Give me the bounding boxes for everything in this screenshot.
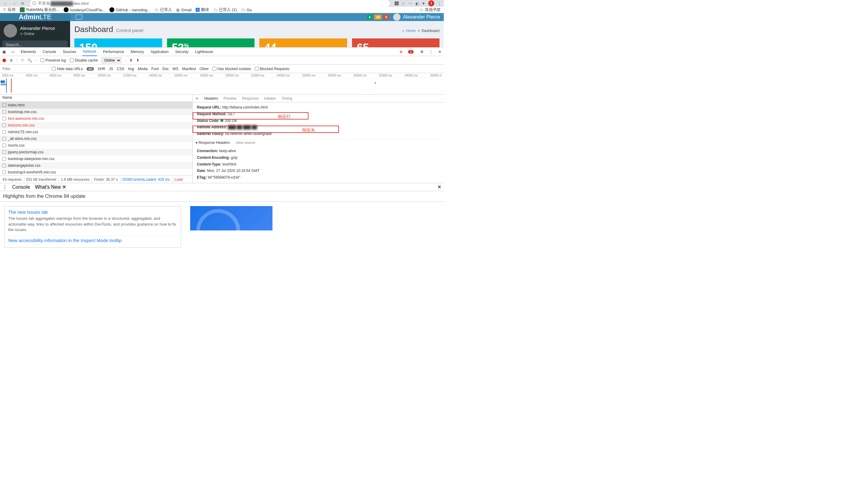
tab-performance[interactable]: Performance bbox=[102, 48, 125, 56]
other-bookmarks[interactable]: 🗀其他书签 bbox=[419, 7, 441, 13]
close-devtools-icon[interactable]: ✕ bbox=[438, 50, 441, 54]
clear-icon[interactable]: ⊘ bbox=[10, 58, 13, 63]
user-menu[interactable]: Alexander Pierce bbox=[403, 14, 440, 20]
view-source-link[interactable]: view source bbox=[236, 141, 255, 145]
tab-application[interactable]: Application bbox=[150, 48, 169, 56]
column-header-name[interactable]: Name bbox=[0, 95, 192, 102]
tasks-badge[interactable]: 9 bbox=[383, 15, 389, 20]
device-toggle-icon[interactable]: ▭ bbox=[11, 50, 15, 54]
notifications-badge[interactable]: 10 bbox=[374, 15, 382, 20]
bookmark-item[interactable]: 🗀Go bbox=[241, 8, 252, 12]
blocked-cookies-checkbox[interactable]: Has blocked cookies bbox=[212, 67, 251, 71]
detail-tab-headers[interactable]: Headers bbox=[204, 96, 218, 101]
disable-cache-checkbox[interactable]: Disable cache bbox=[70, 58, 98, 63]
back-button[interactable]: ← bbox=[2, 0, 8, 6]
reload-button[interactable]: ⟳ bbox=[20, 0, 26, 6]
info-box[interactable]: 65 bbox=[352, 39, 440, 47]
bookmark-star-icon[interactable]: ☆ bbox=[402, 1, 405, 6]
tab-elements[interactable]: Elements bbox=[20, 48, 36, 56]
detail-tab-preview[interactable]: Preview bbox=[223, 96, 236, 101]
extensions-puzzle-icon[interactable]: ✦ bbox=[422, 1, 425, 6]
detail-tab-response[interactable]: Response bbox=[242, 96, 258, 101]
search-icon[interactable]: 🔍 bbox=[27, 58, 32, 63]
close-drawer-icon[interactable]: ✕ bbox=[437, 184, 441, 190]
drawer-tab-console[interactable]: Console bbox=[12, 184, 30, 190]
detail-tab-timing[interactable]: Timing bbox=[281, 96, 292, 101]
request-row[interactable]: bootstrap-datepicker.min.css bbox=[0, 155, 192, 162]
request-row[interactable]: AdminLTE.min.css bbox=[0, 129, 192, 136]
address-bar[interactable]: ⓘ 不安全 ████████ dex.html bbox=[30, 0, 390, 7]
filter-media[interactable]: Media bbox=[138, 67, 148, 71]
profile-avatar[interactable]: I bbox=[428, 0, 434, 6]
response-headers-section[interactable]: ▾ Response Headersview source bbox=[193, 139, 444, 146]
translate-icon[interactable]: 🅰 bbox=[395, 1, 399, 6]
request-row[interactable]: morris.css bbox=[0, 142, 192, 149]
bookmark-item[interactable]: 🗀已导入 bbox=[155, 7, 172, 13]
apps-shortcut[interactable]: ⠿应用 bbox=[3, 7, 16, 13]
preserve-log-checkbox[interactable]: Preserve log bbox=[40, 58, 66, 63]
filter-css[interactable]: CSS bbox=[117, 67, 124, 71]
drawer-menu-icon[interactable]: ⋮ bbox=[2, 184, 7, 190]
filter-doc[interactable]: Doc bbox=[162, 67, 169, 71]
user-avatar-icon[interactable] bbox=[393, 14, 401, 21]
request-row[interactable]: _all-skins.min.css bbox=[0, 136, 192, 142]
request-row[interactable]: index.html bbox=[0, 102, 192, 108]
record-button[interactable] bbox=[2, 58, 6, 62]
bookmark-item[interactable]: luodaoyi/CloudFla... bbox=[64, 7, 105, 12]
tab-network[interactable]: Network bbox=[82, 48, 97, 56]
filter-xhr[interactable]: XHR bbox=[98, 67, 105, 71]
card-link[interactable]: New accessibility information in the Ins… bbox=[8, 236, 177, 243]
bookmark-item[interactable]: ◍Gmail bbox=[176, 8, 192, 12]
detail-tab-initiator[interactable]: Initiator bbox=[264, 96, 276, 101]
filter-input[interactable] bbox=[2, 67, 48, 71]
request-row[interactable]: bootstrap.min.css bbox=[0, 108, 192, 115]
filter-icon[interactable]: ▽ bbox=[21, 58, 24, 63]
settings-icon[interactable]: ⚙ bbox=[420, 50, 424, 54]
upload-icon[interactable]: ⬆ bbox=[130, 58, 133, 63]
filter-other[interactable]: Other bbox=[200, 67, 209, 71]
filter-font[interactable]: Font bbox=[151, 67, 159, 71]
hide-data-urls-checkbox[interactable]: Hide data URLs bbox=[52, 67, 83, 71]
messages-badge[interactable]: 4 bbox=[367, 15, 373, 20]
tab-sources[interactable]: Sources bbox=[62, 48, 77, 56]
request-row[interactable]: bootstrap3-wvsihtml5.min.css bbox=[0, 169, 192, 176]
bookmark-item[interactable]: RabbitMq 最全的... bbox=[20, 7, 59, 13]
error-count[interactable]: 2 bbox=[408, 50, 414, 54]
filter-manifest[interactable]: Manifest bbox=[182, 67, 196, 71]
info-box[interactable]: 44 bbox=[259, 39, 347, 47]
request-row[interactable]: daterangepicker.css bbox=[0, 162, 192, 169]
more-icon[interactable]: ⋮ bbox=[429, 50, 433, 54]
filter-ws[interactable]: WS bbox=[173, 67, 178, 71]
sidebar-toggle-icon[interactable] bbox=[76, 15, 82, 20]
info-box[interactable]: 150 bbox=[74, 39, 162, 47]
filter-img[interactable]: Img bbox=[128, 67, 134, 71]
extension-icon[interactable]: 〰 bbox=[408, 1, 412, 6]
network-timeline[interactable]: 2000 ms4000 ms6000 ms8000 ms10000 ms1200… bbox=[0, 73, 444, 95]
bookmark-item[interactable]: 🗀已导入 (1) bbox=[213, 7, 237, 13]
sidebar-search[interactable]: Search... bbox=[2, 41, 68, 47]
bookmark-item[interactable]: 🅰翻译 bbox=[196, 7, 209, 13]
tab-lighthouse[interactable]: Lighthouse bbox=[195, 48, 214, 56]
throttling-select[interactable]: Online bbox=[101, 57, 121, 64]
tab-memory[interactable]: Memory bbox=[130, 48, 145, 56]
breadcrumb-home[interactable]: Home bbox=[406, 29, 416, 33]
blocked-requests-checkbox[interactable]: Blocked Requests bbox=[255, 67, 289, 71]
info-box[interactable]: 53% bbox=[167, 39, 255, 47]
whatsnew-card[interactable]: The new Issues tab The Issues tab aggreg… bbox=[4, 206, 181, 248]
request-row[interactable]: jquery-jvectormap.css bbox=[0, 149, 192, 155]
extension-icon[interactable]: ◐ bbox=[415, 1, 419, 6]
filter-all[interactable]: All bbox=[86, 67, 94, 71]
download-icon[interactable]: ⬇ bbox=[136, 58, 139, 63]
request-row[interactable]: ionicons.min.css bbox=[0, 122, 192, 129]
close-detail-icon[interactable]: ✕ bbox=[195, 96, 199, 101]
tab-console[interactable]: Console bbox=[42, 48, 57, 56]
browser-menu-icon[interactable]: ⋮ bbox=[437, 1, 441, 6]
drawer-tab-whatsnew[interactable]: What's New ✕ bbox=[35, 184, 66, 190]
bookmark-item[interactable]: GitHub - nanodog... bbox=[109, 7, 150, 12]
close-tab-icon[interactable]: ✕ bbox=[62, 184, 66, 190]
request-row[interactable]: font-awesome.min.css bbox=[0, 115, 192, 122]
tab-security[interactable]: Security bbox=[175, 48, 189, 56]
logo[interactable]: AdminLTE bbox=[0, 13, 70, 21]
filter-js[interactable]: JS bbox=[109, 67, 113, 71]
forward-button[interactable]: → bbox=[11, 0, 17, 6]
